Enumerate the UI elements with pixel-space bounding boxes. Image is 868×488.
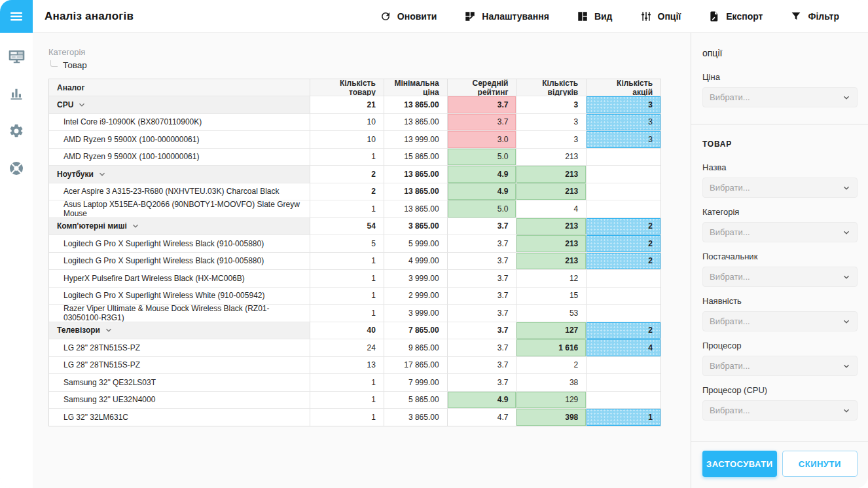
row-label: Комп'ютерні миші <box>57 221 127 231</box>
table-row[interactable]: Intel Core i9-10900K (BX8070110900K)1013… <box>49 113 660 131</box>
table-row[interactable]: LG 28" 28TN515S-PZ249 865.003.71 6164 <box>49 339 660 356</box>
filter-section-heading: ТОВАР <box>702 140 858 149</box>
table-row[interactable]: AMD Ryzen 9 5900X (100-100000061)115 865… <box>49 148 660 166</box>
sidebar-item-monitor[interactable] <box>3 43 29 69</box>
customize-button[interactable]: Налаштування <box>464 10 549 22</box>
sidebar-item-help[interactable] <box>3 155 29 181</box>
table-row[interactable]: AMD Ryzen 9 5900X (100-000000061)1013 99… <box>49 130 660 148</box>
table-cell: 3.7 <box>448 252 517 270</box>
row-label: Ноутбуки <box>57 170 94 179</box>
table-cell: 129 <box>516 391 587 409</box>
table-cell: 213 <box>516 183 587 200</box>
table-row[interactable]: Razer Viper Ultimate & Mouse Dock Wirele… <box>49 304 660 322</box>
row-label: LG 28" 28TN515S-PZ <box>63 343 140 352</box>
chevron-down-icon[interactable] <box>130 221 141 231</box>
row-label-cell: LG 28" 28TN515S-PZ <box>49 356 310 374</box>
row-label-cell: LG 32" 32LM631C <box>49 408 310 426</box>
table-cell: 13 <box>310 356 384 374</box>
table-cell: 3.7 <box>448 356 517 374</box>
export-button[interactable]: Експорт <box>708 10 763 22</box>
table-cell <box>587 269 660 287</box>
filter-field: НаявністьВибрати... <box>702 296 858 331</box>
table-cell: 2 <box>310 183 384 200</box>
table-cell: 213 <box>516 165 587 183</box>
table-row[interactable]: Logitech G Pro X Superlight Wireless Bla… <box>49 252 660 270</box>
filter-icon <box>790 10 802 22</box>
table-cell: 1 <box>310 269 384 287</box>
table-row[interactable]: LG 32" 32LM631C13 865.004.73981 <box>49 408 660 426</box>
group-row[interactable]: Ноутбуки213 865.004.9213 <box>49 165 660 183</box>
table-cell: 213 <box>516 148 587 166</box>
row-label: Samsung 32" UE32N4000 <box>63 395 155 404</box>
table-row[interactable]: Logitech G Pro X Superlight Wireless Whi… <box>49 287 660 305</box>
filter-button[interactable]: Фільтр <box>790 10 839 22</box>
table-row[interactable]: Samsung 32" UE32N400015 865.004.9129 <box>49 391 660 409</box>
table-cell <box>587 287 660 305</box>
table-row[interactable]: Asus Laptop X515EA-BQ2066 (90NBOTY1-MOOV… <box>49 200 660 217</box>
chevron-down-icon[interactable] <box>103 325 114 335</box>
tune-button[interactable]: Опції <box>640 10 681 22</box>
tree-node-product[interactable]: Товар <box>50 60 691 70</box>
column-header[interactable]: Мінімальна ціна <box>384 79 448 96</box>
filter-select[interactable]: Вибрати... <box>702 222 858 242</box>
chevron-down-icon <box>841 361 852 371</box>
row-label: Телевізори <box>57 326 100 335</box>
table-row[interactable]: Acer Aspire 3 A315-23-R680 (NXHVTEU.03K)… <box>49 183 660 200</box>
hamburger-icon <box>9 9 24 24</box>
row-label: Logitech G Pro X Superlight Wireless Bla… <box>63 256 264 265</box>
column-header[interactable]: Кількість товару <box>310 79 384 96</box>
toolbar-button-label: Оновити <box>397 11 437 22</box>
monitor-icon <box>8 48 26 66</box>
row-label: Asus Laptop X515EA-BQ2066 (90NBOTY1-MOOV… <box>63 200 302 218</box>
group-row[interactable]: Комп'ютерні миші543 865.003.72132 <box>49 217 660 235</box>
filter-select[interactable]: Вибрати... <box>702 178 858 198</box>
group-row[interactable]: Телевізори407 865.003.71272 <box>49 322 660 339</box>
column-header[interactable]: Аналог <box>49 79 310 96</box>
chevron-down-icon[interactable] <box>77 100 87 110</box>
toolbar-button-label: Експорт <box>726 11 763 22</box>
column-header[interactable]: Кількість акцій <box>587 79 660 96</box>
filter-select[interactable]: Вибрати... <box>702 87 858 107</box>
group-row[interactable]: CPU2113 865.003.733 <box>49 96 660 113</box>
filter-field-label: Ціна <box>702 72 858 82</box>
table-cell <box>587 183 660 200</box>
menu-button[interactable] <box>0 0 33 33</box>
filter-field: ПостачальникВибрати... <box>702 252 858 287</box>
filter-field-label: Категорія <box>702 207 858 217</box>
row-label-cell: Razer Viper Ultimate & Mouse Dock Wirele… <box>49 304 310 322</box>
filter-select[interactable]: Вибрати... <box>702 311 858 331</box>
filter-select[interactable]: Вибрати... <box>702 267 858 287</box>
table-cell: 1 <box>310 287 384 305</box>
table-row[interactable]: Samsung 32" QE32LS03T17 999.003.738 <box>49 373 660 391</box>
table-row[interactable]: HyperX Pulsefire Dart Wireless Black (HX… <box>49 269 660 287</box>
row-label-cell: AMD Ryzen 9 5900X (100-100000061) <box>49 148 310 166</box>
reset-button[interactable]: СКИНУТИ <box>782 451 858 477</box>
filter-field: Процесор (CPU)Вибрати... <box>702 385 858 421</box>
row-label-cell: LG 28" 28TN515S-PZ <box>49 339 310 356</box>
filter-select[interactable]: Вибрати... <box>702 356 858 376</box>
table-row[interactable]: Logitech G Pro X Superlight Wireless Bla… <box>49 235 660 252</box>
row-label: Samsung 32" QE32LS03T <box>63 378 156 387</box>
toolbar-button-label: Налаштування <box>482 11 549 22</box>
refresh-button[interactable]: Оновити <box>380 10 437 22</box>
row-label-cell: Intel Core i9-10900K (BX8070110900K) <box>49 113 310 131</box>
filter-select[interactable]: Вибрати... <box>702 400 858 421</box>
filter-field: НазваВибрати... <box>702 162 858 198</box>
chevron-down-icon[interactable] <box>97 169 107 179</box>
table-cell: 13 865.00 <box>384 96 448 113</box>
main-content: Категорія Товар АналогКількість товаруМі… <box>33 33 691 488</box>
row-label: AMD Ryzen 9 5900X (100-000000061) <box>63 135 199 144</box>
column-header[interactable]: Кількість відгуків <box>516 79 587 96</box>
toolbar-button-label: Фільтр <box>808 11 839 22</box>
column-header[interactable]: Середній рейтинг <box>448 79 517 96</box>
sidebar-item-bar-chart[interactable] <box>3 81 29 107</box>
row-label: LG 28" 28TN515S-PZ <box>63 360 140 369</box>
sidebar-item-gear[interactable] <box>3 118 29 144</box>
row-label-cell: Телевізори <box>49 322 310 339</box>
table-cell: 3.7 <box>448 217 517 235</box>
table-row[interactable]: LG 28" 28TN515S-PZ1317 865.003.72 <box>49 356 660 374</box>
apply-button[interactable]: ЗАСТОСУВАТИ <box>702 451 777 477</box>
filter-panel-footer: ЗАСТОСУВАТИ СКИНУТИ <box>691 441 868 488</box>
app-header: Аналіз аналогів ОновитиНалаштуванняВидОп… <box>0 0 868 33</box>
grid-view-button[interactable]: Вид <box>577 10 613 22</box>
